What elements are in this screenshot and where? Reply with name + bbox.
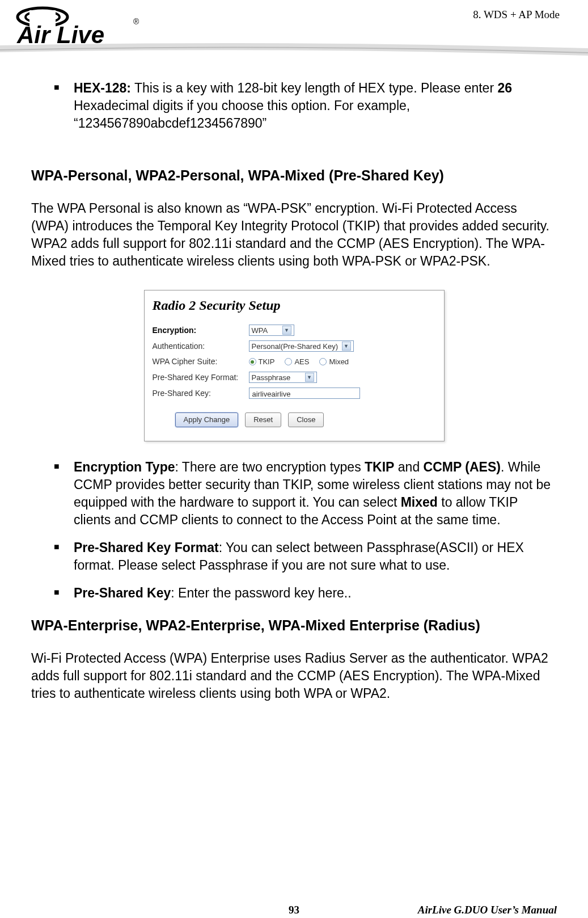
auth-select[interactable]: Personal(Pre-Shared Key) ▼ (249, 340, 354, 352)
screenshot-body: Encryption: WPA ▼ Authentication: Person… (145, 325, 444, 440)
psk-input[interactable]: airliveairlive (249, 388, 360, 399)
radio-tkip[interactable]: TKIP (249, 357, 275, 367)
radio-icon (319, 358, 327, 365)
psk-format-item: Pre-Shared Key Format: You can select be… (54, 539, 557, 574)
close-button[interactable]: Close (288, 412, 324, 427)
hex128-item: HEX-128: This is a key with 128-bit key … (54, 79, 557, 132)
encryption-row: Encryption: WPA ▼ (153, 325, 436, 336)
encryption-type-item: Encryption Type: There are two encryptio… (54, 458, 557, 529)
psk-item: Pre-Shared Key: Enter the password key h… (54, 584, 557, 602)
chevron-down-icon: ▼ (342, 342, 351, 351)
wpa-enterprise-heading: WPA-Enterprise, WPA2-Enterprise, WPA-Mix… (31, 616, 557, 635)
svg-text:®: ® (133, 17, 139, 26)
psk-format-row: Pre-Shared Key Format: Passphrase ▼ (153, 372, 436, 383)
radio-icon (249, 358, 256, 365)
psk-format-label: Pre-Shared Key Format: (153, 372, 249, 383)
manual-title: AirLive G.DUO User’s Manual (418, 904, 557, 916)
apply-change-button[interactable]: Apply Change (175, 412, 239, 427)
security-setup-screenshot: Radio 2 Security Setup Encryption: WPA ▼… (144, 290, 445, 441)
chevron-down-icon: ▼ (282, 326, 291, 335)
button-row: Apply Change Reset Close (153, 412, 436, 435)
page-number: 93 (289, 904, 299, 916)
wpa-personal-para: The WPA Personal is also known as “WPA-P… (31, 200, 557, 270)
chevron-down-icon: ▼ (305, 373, 314, 382)
radio-icon (285, 358, 292, 365)
radio-mixed[interactable]: Mixed (319, 357, 349, 367)
psk-label: Pre-Shared Key: (153, 388, 249, 399)
psk-format-select[interactable]: Passphrase ▼ (249, 372, 317, 383)
page-header: 8. WDS + AP Mode Air Live ® (0, 0, 588, 68)
hex128-list: HEX-128: This is a key with 128-bit key … (54, 79, 557, 132)
cipher-radio-group: TKIP AES Mixed (249, 357, 349, 367)
wpa-enterprise-para: Wi-Fi Protected Access (WPA) Enterprise … (31, 650, 557, 702)
encryption-label: Encryption: (153, 325, 249, 336)
header-swoosh (0, 40, 588, 68)
hex128-label: HEX-128: (74, 81, 131, 95)
section-label: 8. WDS + AP Mode (473, 9, 560, 21)
wpa-options-list: Encryption Type: There are two encryptio… (54, 458, 557, 602)
radio-aes[interactable]: AES (285, 357, 309, 367)
cipher-row: WPA Cipher Suite: TKIP AES Mixed (153, 356, 436, 367)
encryption-select[interactable]: WPA ▼ (249, 325, 294, 336)
wpa-personal-heading: WPA-Personal, WPA2-Personal, WPA-Mixed (… (31, 166, 557, 186)
auth-row: Authentication: Personal(Pre-Shared Key)… (153, 340, 436, 352)
auth-label: Authentication: (153, 341, 249, 352)
cipher-label: WPA Cipher Suite: (153, 356, 249, 367)
reset-button[interactable]: Reset (245, 412, 281, 427)
page-content: HEX-128: This is a key with 128-bit key … (0, 68, 588, 702)
psk-row: Pre-Shared Key: airliveairlive (153, 388, 436, 399)
screenshot-title: Radio 2 Security Setup (145, 290, 444, 325)
